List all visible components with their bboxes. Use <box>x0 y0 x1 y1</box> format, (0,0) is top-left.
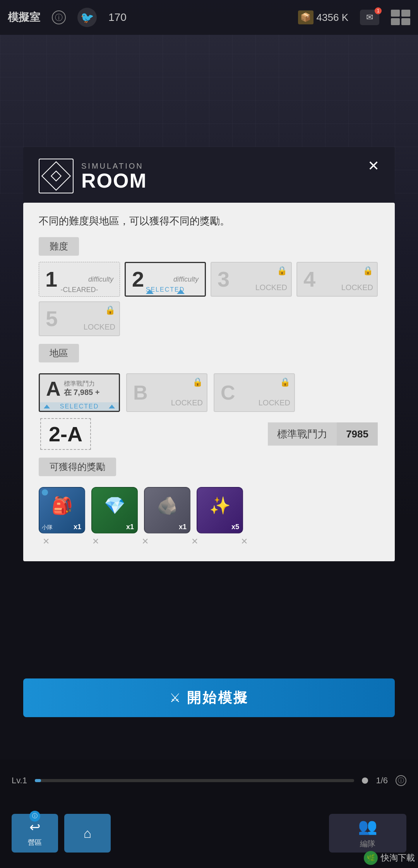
simulation-room-modal: SIMULATION ROOM ✕ 不同的難度與地區，可以獲得不同的獎勵。 難度… <box>23 147 395 561</box>
modal-header: SIMULATION ROOM ✕ <box>23 147 395 203</box>
area-arrow-left <box>44 405 50 408</box>
selected-text-2: SELECTED <box>126 286 205 293</box>
area-selected-text-a: SELECTED <box>50 403 109 410</box>
reward-item-3[interactable]: 🪨 x1 <box>144 487 190 533</box>
lock-icon-4: 🔒 <box>363 266 373 276</box>
modal-description: 不同的難度與地區，可以獲得不同的獎勵。 <box>39 214 379 228</box>
reward-icon-4: ✨ <box>197 488 242 524</box>
reward-icon-3: 🪨 <box>145 488 190 524</box>
locked-text-5: LOCKED <box>84 323 115 331</box>
area-letter-c: C <box>221 383 235 403</box>
lock-icon-b: 🔒 <box>192 377 203 387</box>
locked-text-3: LOCKED <box>255 283 287 292</box>
modal-overlay: SIMULATION ROOM ✕ 不同的難度與地區，可以獲得不同的獎勵。 難度… <box>0 0 418 868</box>
difficulty-grid-row1: 1 difficulty -CLEARED- 2 difficulty SELE… <box>39 262 379 297</box>
diff-label-2: difficulty <box>173 275 199 284</box>
diff-number-5: 5 <box>46 308 58 330</box>
difficulty-cell-3[interactable]: 3 🔒 LOCKED <box>211 262 292 297</box>
reward-rarity-1 <box>42 489 48 496</box>
zone-power-box: 標準戰鬥力 7985 <box>268 422 378 446</box>
area-letter-a: A <box>46 379 61 399</box>
difficulty-cell-5[interactable]: 5 🔒 LOCKED <box>39 301 120 336</box>
locked-text-c: LOCKED <box>259 398 290 407</box>
reward-count-2: x1 <box>126 523 134 531</box>
area-power-a: 在 7,985 + <box>64 387 100 398</box>
sim-title: ROOM <box>81 171 147 191</box>
reward-item-2[interactable]: 💎 x1 <box>91 487 138 533</box>
reward-label-1: 小隊 <box>42 524 53 531</box>
rewards-section-label: 可獲得的獎勵 <box>39 458 116 476</box>
start-button-wrap: ⚔ 開始模擬 <box>23 678 395 717</box>
sim-title-block: SIMULATION ROOM <box>81 162 147 191</box>
cleared-label: -CLEARED- <box>39 286 120 294</box>
reward-count-3: x1 <box>179 523 187 531</box>
reward-item-1[interactable]: 🎒 小隊 x1 <box>39 487 85 533</box>
sim-logo-inner <box>51 171 62 181</box>
start-btn-text: 開始模擬 <box>187 689 249 707</box>
reward-count-1: x1 <box>74 523 81 531</box>
zone-power-label: 標準戰鬥力 <box>268 422 337 446</box>
reward-count-4: x5 <box>231 523 239 531</box>
zone-code: 2-A <box>40 418 91 450</box>
diff-number-3: 3 <box>218 268 230 290</box>
start-simulation-button[interactable]: ⚔ 開始模擬 <box>23 678 395 717</box>
lock-icon-5: 🔒 <box>105 305 115 315</box>
area-arrow-right <box>109 405 115 408</box>
difficulty-cell-2[interactable]: 2 difficulty SELECTED <box>125 262 206 297</box>
area-cell-b[interactable]: B 🔒 LOCKED <box>126 373 207 412</box>
close-button[interactable]: ✕ <box>364 156 383 176</box>
difficulty-cell-1[interactable]: 1 difficulty -CLEARED- <box>39 262 120 297</box>
cross-3: ✕ <box>142 537 149 547</box>
zone-info: 2-A 標準戰鬥力 7985 <box>39 418 379 450</box>
diff-number-4: 4 <box>303 268 315 290</box>
difficulty-section-label: 難度 <box>39 237 79 256</box>
difficulty-cell-4[interactable]: 4 🔒 LOCKED <box>296 262 378 297</box>
modal-body: 不同的難度與地區，可以獲得不同的獎勵。 難度 1 difficulty -CLE… <box>23 203 395 561</box>
difficulty-grid-row2: 5 🔒 LOCKED <box>39 301 379 336</box>
area-sub-a: 標準戰鬥力 <box>64 380 100 387</box>
zone-power-value: 7985 <box>337 422 378 446</box>
reward-item-4[interactable]: ✨ x5 <box>197 487 243 533</box>
locked-text-b: LOCKED <box>171 398 203 407</box>
rewards-grid: 🎒 小隊 x1 💎 x1 🪨 x1 <box>39 487 379 533</box>
lock-icon-c: 🔒 <box>280 377 290 387</box>
cross-4: ✕ <box>191 537 198 547</box>
cross-1: ✕ <box>43 537 50 547</box>
sim-room-logo <box>39 159 74 193</box>
area-cell-a[interactable]: A 標準戰鬥力 在 7,985 + SELECTED <box>39 373 120 412</box>
cross-2: ✕ <box>92 537 99 547</box>
diff-label-1: difficulty <box>88 275 113 284</box>
locked-text-4: LOCKED <box>341 283 373 292</box>
area-cell-c[interactable]: C 🔒 LOCKED <box>214 373 295 412</box>
area-letter-b: B <box>133 383 148 403</box>
area-grid: A 標準戰鬥力 在 7,985 + SELECTED B <box>39 373 379 412</box>
lock-icon-3: 🔒 <box>277 266 287 276</box>
rewards-section: 可獲得的獎勵 🎒 小隊 x1 💎 x1 <box>39 458 379 547</box>
area-section-label: 地區 <box>39 344 79 362</box>
area-selected-bar-a: SELECTED <box>40 402 119 411</box>
reward-icon-2: 💎 <box>92 488 137 524</box>
start-btn-icon: ⚔ <box>170 690 181 705</box>
cross-5: ✕ <box>241 537 248 547</box>
cross-marks-row: ✕ ✕ ✕ ✕ ✕ <box>39 537 379 547</box>
